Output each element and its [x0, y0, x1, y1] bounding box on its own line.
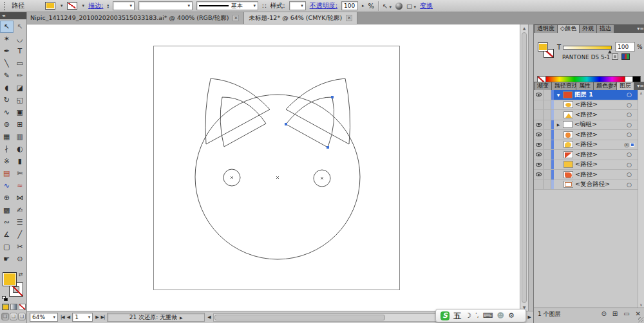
crop-area-tool[interactable]: ▢ — [0, 241, 14, 253]
account-icon[interactable]: ☻ — [497, 312, 504, 319]
width-profile-combo[interactable]: ▾ — [138, 1, 193, 10]
layer-name[interactable]: <路径> — [575, 160, 598, 169]
measure-tool[interactable]: ∡ — [0, 228, 14, 241]
ime-mode-icon[interactable]: 五 — [453, 312, 461, 320]
perspective-grid-tool[interactable]: ⊞ — [14, 118, 27, 131]
stroke-color-swatch[interactable] — [67, 2, 77, 10]
symbol-sprayer-tool[interactable]: ※ — [0, 155, 14, 167]
layer-name[interactable]: <编组> — [574, 120, 597, 129]
align-boundary-icon[interactable]: ▢▾ — [406, 3, 416, 10]
soft-keyboard-icon[interactable]: ⌨ — [483, 312, 493, 319]
style-combo[interactable]: ▾ — [289, 1, 306, 10]
layer-row[interactable]: ▼图层 1○ — [534, 90, 644, 100]
layer-name[interactable]: <路径> — [575, 171, 598, 179]
layer-row[interactable]: <路径>○ — [534, 160, 644, 171]
draw-behind-button[interactable]: ❏ — [10, 313, 17, 320]
lock-toggle[interactable] — [544, 160, 551, 170]
rectangle-tool[interactable]: ▭ — [14, 57, 27, 69]
visibility-toggle[interactable] — [534, 160, 544, 170]
width-tool[interactable]: ∿ — [0, 106, 14, 118]
lock-toggle[interactable] — [544, 90, 551, 100]
pen-tool[interactable]: ✒ — [0, 45, 14, 57]
panel-fill-swatch[interactable] — [538, 42, 548, 51]
layer-name[interactable]: <路径> — [575, 111, 598, 119]
lock-toggle[interactable] — [544, 150, 551, 160]
tab-appearance[interactable]: 外观 — [580, 25, 596, 33]
tools-panel-header[interactable]: ◂◂ — [0, 12, 26, 19]
selection-tool[interactable]: ↖ — [0, 21, 14, 33]
layer-name[interactable]: 图层 1 — [574, 91, 593, 99]
lock-toggle[interactable] — [544, 130, 551, 140]
panel-menu-icon[interactable]: ▾≡ — [637, 82, 644, 90]
stroke-weight-stepper[interactable]: ▴▾ — [107, 3, 109, 8]
warp-tool[interactable]: ∿ — [0, 180, 14, 192]
layer-row[interactable]: <路径>○ — [534, 150, 644, 160]
tab-layers[interactable]: 图层 — [617, 82, 634, 90]
blend-tool[interactable]: ◐ — [14, 143, 27, 155]
layers-scrollbar[interactable]: ∧ ∨ — [638, 90, 644, 308]
perspective-selection-tool[interactable]: ⊕ — [0, 192, 14, 204]
live-paint-bucket-tool[interactable]: ✍ — [14, 204, 27, 216]
layer-row[interactable]: <路径>○ — [534, 130, 644, 140]
type-tool[interactable]: T — [14, 45, 27, 57]
previous-artboard-button[interactable]: ◀ — [67, 315, 70, 320]
close-tab-icon[interactable]: ✕ — [232, 15, 239, 21]
control-bar-grip[interactable] — [4, 2, 6, 10]
stroke-weight-combo[interactable]: ▾ — [113, 1, 135, 10]
layer-name[interactable]: <路径> — [575, 151, 598, 159]
lock-toggle[interactable] — [544, 140, 551, 150]
stroke-dropdown-icon[interactable]: ▾ — [82, 3, 85, 8]
target-circle-icon[interactable]: ○ — [627, 91, 632, 98]
polar-grid-tool[interactable]: ▩ — [0, 204, 14, 216]
brush-definition-combo[interactable]: 基本▾ — [196, 1, 258, 10]
lock-toggle[interactable] — [544, 180, 551, 190]
document-tab-nipic[interactable]: Nipic_1411249_20100202003515033183.ai* @… — [26, 12, 244, 24]
sogou-logo-icon[interactable]: S — [440, 311, 450, 320]
expand-icon[interactable]: ▶ — [556, 122, 561, 127]
target-circle-icon[interactable]: ◎ — [624, 142, 629, 148]
layer-row[interactable]: <路径>○ — [534, 100, 644, 111]
tab-pathfinder[interactable]: 路径查找器 — [552, 82, 576, 90]
target-circle-icon[interactable]: ○ — [627, 162, 632, 168]
opacity-link[interactable]: 不透明度: — [310, 1, 337, 10]
horizontal-scroll-thumb[interactable] — [214, 315, 386, 320]
gradient-tool[interactable]: ▥ — [14, 131, 27, 143]
tab-attributes[interactable]: 属性 — [576, 82, 593, 90]
gradient-mode-button[interactable] — [10, 304, 17, 310]
make-clipping-mask-button[interactable]: ⊙ — [601, 311, 606, 317]
scroll-left-icon[interactable]: ◀ — [207, 315, 210, 320]
layer-name[interactable]: <路径> — [575, 131, 598, 139]
none-mode-button[interactable] — [19, 304, 26, 310]
new-layer-button[interactable]: ▭ — [623, 311, 629, 317]
layer-row[interactable]: <路径>○ — [534, 110, 644, 120]
stroke-link[interactable]: 描边: — [88, 1, 103, 10]
rotate-tool[interactable]: ↻ — [0, 94, 14, 106]
visibility-toggle[interactable] — [534, 140, 544, 150]
scroll-up-icon[interactable]: ∧ — [638, 91, 644, 95]
artboard-tool[interactable]: ▤ — [0, 167, 14, 180]
resize-grip[interactable] — [638, 317, 643, 322]
shape-builder-tool[interactable]: ⊚ — [0, 118, 14, 131]
direct-selection-tool[interactable]: ↖ — [14, 21, 27, 33]
vertical-scrollbar[interactable]: ▲ ▼ — [520, 24, 529, 311]
layer-name[interactable]: <路径> — [575, 140, 598, 149]
collapse-icon[interactable]: ◂◂ — [2, 13, 5, 17]
document-tab-untitled[interactable]: 未标题-12* @ 64% (CMYK/轮廓) ✕ — [244, 12, 357, 24]
default-fill-stroke-icon[interactable] — [2, 296, 8, 302]
magic-wand-tool[interactable]: ✶ — [0, 33, 14, 45]
line-segment-tool[interactable]: ╲ — [0, 57, 14, 69]
tint-value-input[interactable]: 100 — [615, 42, 635, 51]
visibility-toggle[interactable] — [534, 90, 544, 100]
pencil-tool[interactable]: ✏ — [14, 69, 27, 82]
punctuation-icon[interactable]: ’, — [475, 313, 479, 318]
recolor-artwork-icon[interactable] — [395, 3, 402, 10]
scroll-right-icon[interactable]: ▶ — [528, 315, 531, 320]
settings-wrench-icon[interactable]: ⚙ — [508, 312, 515, 319]
target-circle-icon[interactable]: ○ — [627, 131, 632, 138]
artboard-number-combo[interactable]: 1▾ — [72, 313, 93, 322]
visibility-toggle[interactable] — [534, 150, 544, 160]
target-circle-icon[interactable]: ○ — [627, 111, 632, 118]
column-graph-tool[interactable]: ▮ — [14, 155, 27, 167]
status-menu-icon[interactable]: ▶ — [180, 315, 183, 320]
next-artboard-button[interactable]: ▶ — [95, 315, 98, 320]
